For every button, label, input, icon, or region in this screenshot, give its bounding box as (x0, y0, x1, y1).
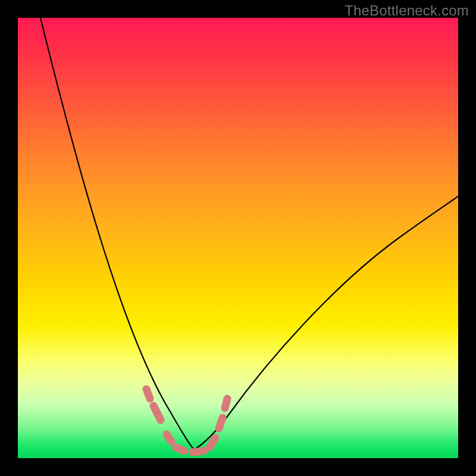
curve-right-branch (194, 196, 458, 450)
chart-frame: TheBottleneck.com (0, 0, 476, 476)
curve-left-branch (40, 18, 194, 450)
plot-area (18, 18, 458, 458)
data-dots-rail (146, 389, 227, 452)
curve-layer (18, 18, 458, 458)
watermark-text: TheBottleneck.com (345, 2, 469, 19)
